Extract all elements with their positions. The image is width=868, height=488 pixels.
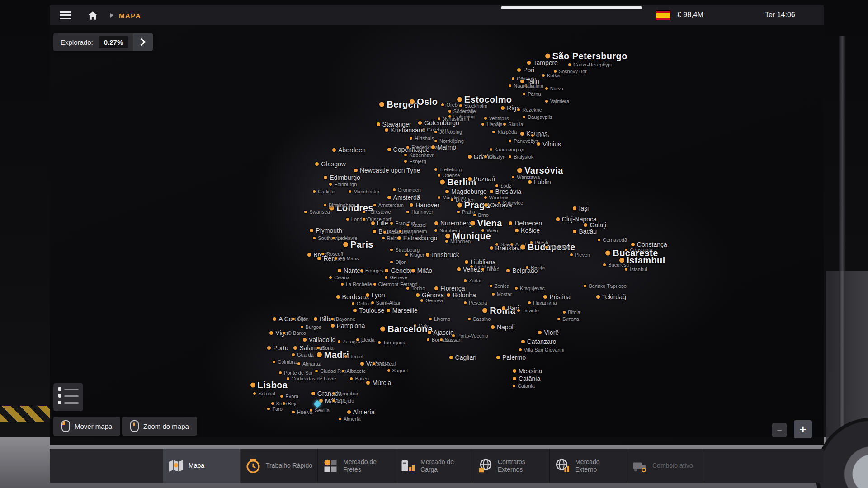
map-city[interactable]: Barcelona bbox=[380, 324, 433, 334]
tab-trabalho-rapido[interactable]: Trabalho Rápido bbox=[241, 449, 318, 483]
menu-icon[interactable] bbox=[60, 11, 71, 19]
map-city[interactable]: Šiauliai bbox=[503, 122, 524, 127]
map-city[interactable]: Norrköping bbox=[434, 138, 464, 144]
map-city[interactable]: Valmiera bbox=[545, 99, 570, 104]
map-city[interactable]: Saint-Alban bbox=[371, 300, 402, 305]
explored-next-button[interactable] bbox=[133, 33, 153, 51]
map-city[interactable]: Bolonha bbox=[447, 291, 476, 299]
map-city[interactable]: Corticadas de Lavre bbox=[287, 376, 336, 381]
map-city[interactable]: Setúbal bbox=[253, 391, 275, 396]
map-city[interactable]: Poznań bbox=[468, 175, 495, 183]
map-city[interactable]: Albacete bbox=[342, 368, 366, 374]
map-city[interactable]: Cagliari bbox=[449, 354, 476, 361]
map-city[interactable]: Pärnu bbox=[523, 91, 541, 97]
map-city[interactable]: Jönköping bbox=[434, 129, 462, 135]
map-city[interactable]: Trelleborg bbox=[434, 167, 462, 172]
map-city[interactable]: Košice bbox=[515, 227, 540, 234]
map-city[interactable]: Palermo bbox=[496, 354, 526, 361]
map-city[interactable]: Brno bbox=[473, 212, 489, 218]
map-city[interactable]: Catanzaro bbox=[521, 338, 557, 345]
map-city[interactable]: Kristiansand bbox=[385, 127, 425, 134]
map-city[interactable]: Mannheim bbox=[399, 229, 427, 234]
tab-comboio-ativo[interactable]: Comboio ativo bbox=[627, 449, 704, 483]
map-city[interactable]: Civaux bbox=[329, 275, 349, 280]
tab-mercado-de-carga[interactable]: Mercado de Carga bbox=[395, 449, 472, 483]
map-city[interactable]: Almería bbox=[347, 408, 375, 416]
map-city[interactable]: Paris bbox=[343, 239, 373, 249]
map-city[interactable]: Bacău bbox=[573, 228, 597, 235]
map-city[interactable]: Битола bbox=[557, 316, 579, 322]
map-city[interactable]: Innsbruck bbox=[426, 251, 459, 258]
map-city[interactable]: Almaraz bbox=[297, 361, 321, 366]
map-city[interactable]: Bari bbox=[502, 305, 519, 312]
map-city[interactable]: Groningen bbox=[393, 187, 421, 192]
map-city[interactable]: Bordeaux bbox=[336, 293, 369, 300]
map-city[interactable]: Viena bbox=[470, 218, 502, 229]
map-city[interactable]: Kassel bbox=[406, 222, 426, 228]
map-city[interactable]: Gijón bbox=[292, 316, 309, 322]
map-city[interactable]: Wrocław bbox=[484, 195, 508, 200]
map-city[interactable]: Edinburgh bbox=[329, 182, 357, 187]
map-city[interactable]: Plymouth bbox=[310, 227, 342, 234]
map-city[interactable]: Villa San Giovanni bbox=[519, 347, 565, 352]
map-city[interactable]: Novi Sad bbox=[545, 244, 571, 250]
map-city[interactable]: Białystok bbox=[509, 154, 533, 160]
map-city[interactable]: Milão bbox=[411, 267, 432, 274]
map-city[interactable]: Bayonne bbox=[331, 316, 355, 322]
map-city[interactable]: Sagunt bbox=[387, 368, 408, 373]
map-city[interactable]: Glasgow bbox=[315, 160, 345, 168]
map-city[interactable]: Felixstowe bbox=[363, 209, 391, 215]
map-city[interactable]: Hannover bbox=[406, 209, 433, 215]
map-city[interactable]: Manchester bbox=[349, 189, 379, 194]
map-city[interactable]: Ponte de Sor bbox=[279, 370, 313, 375]
map-city[interactable]: Catânia bbox=[513, 375, 540, 382]
map-city[interactable]: Bitola bbox=[563, 310, 580, 315]
map-city[interactable]: El Ejido bbox=[332, 398, 354, 404]
map-city[interactable]: Napoli bbox=[491, 324, 515, 331]
map-city[interactable]: Catania bbox=[513, 383, 535, 389]
map-city[interactable]: Golfech bbox=[352, 301, 374, 306]
map-city[interactable]: Bourges bbox=[360, 268, 384, 273]
map-city[interactable]: Naantali bbox=[509, 83, 532, 89]
map-city[interactable]: Birmingham bbox=[324, 202, 355, 208]
map-city[interactable]: Tampere bbox=[527, 59, 557, 66]
map-city[interactable]: Debrecen bbox=[509, 220, 542, 227]
map-city[interactable]: Zenica bbox=[490, 283, 509, 289]
tab-mapa[interactable]: Mapa bbox=[163, 449, 241, 483]
map-city[interactable]: Magdeburgo bbox=[445, 188, 487, 195]
map-city[interactable]: Burgos bbox=[301, 324, 321, 330]
map-city[interactable]: Mengíbar bbox=[332, 391, 358, 396]
map-city[interactable]: Lisboa bbox=[250, 380, 288, 390]
map-city[interactable]: Stockholm bbox=[459, 103, 487, 108]
map-city[interactable]: Reşiţa bbox=[526, 265, 545, 270]
map-city[interactable]: Daugavpils bbox=[523, 114, 552, 120]
map-city[interactable]: Vlorë bbox=[538, 329, 559, 336]
map-city[interactable]: Almería bbox=[339, 416, 361, 422]
map-city[interactable]: Narva bbox=[545, 86, 563, 91]
map-city[interactable]: Valladolid bbox=[303, 336, 336, 343]
map-city[interactable]: Iaşi bbox=[573, 205, 589, 212]
map-city[interactable]: Ostrava bbox=[484, 202, 512, 209]
map-city[interactable]: Klaipėda bbox=[492, 129, 517, 135]
map-city[interactable]: Madri bbox=[317, 350, 349, 360]
map-city[interactable]: Kragujevac bbox=[515, 286, 545, 291]
zoom-in-button[interactable]: + bbox=[794, 420, 812, 438]
map-city[interactable]: La Rochelle bbox=[341, 282, 372, 287]
map-city[interactable]: Rēzekne bbox=[517, 107, 542, 113]
map-city[interactable]: Le Mans bbox=[335, 256, 359, 261]
map-city[interactable]: Edimburgo bbox=[324, 174, 360, 181]
map-city[interactable]: Olsztyn bbox=[484, 154, 506, 160]
map-city[interactable]: Newcastle upon Tyne bbox=[354, 167, 420, 174]
map-city[interactable]: Faro bbox=[267, 406, 283, 412]
map-city[interactable]: Beja bbox=[283, 401, 297, 406]
map-city[interactable]: Porto bbox=[267, 344, 288, 352]
map-legend-toggle[interactable] bbox=[53, 383, 83, 411]
map-city[interactable]: Lyon bbox=[366, 291, 385, 299]
map-city[interactable]: Lleida bbox=[356, 337, 374, 343]
map-city[interactable]: Marseille bbox=[387, 307, 418, 314]
map-city[interactable]: Pristina bbox=[543, 293, 571, 300]
map-city[interactable]: Bratislava bbox=[490, 244, 523, 252]
map-city[interactable]: Genève bbox=[385, 275, 407, 280]
zoom-map-button[interactable]: Zoom do mapa bbox=[122, 417, 197, 436]
map-city[interactable]: Vila-real bbox=[373, 361, 396, 366]
